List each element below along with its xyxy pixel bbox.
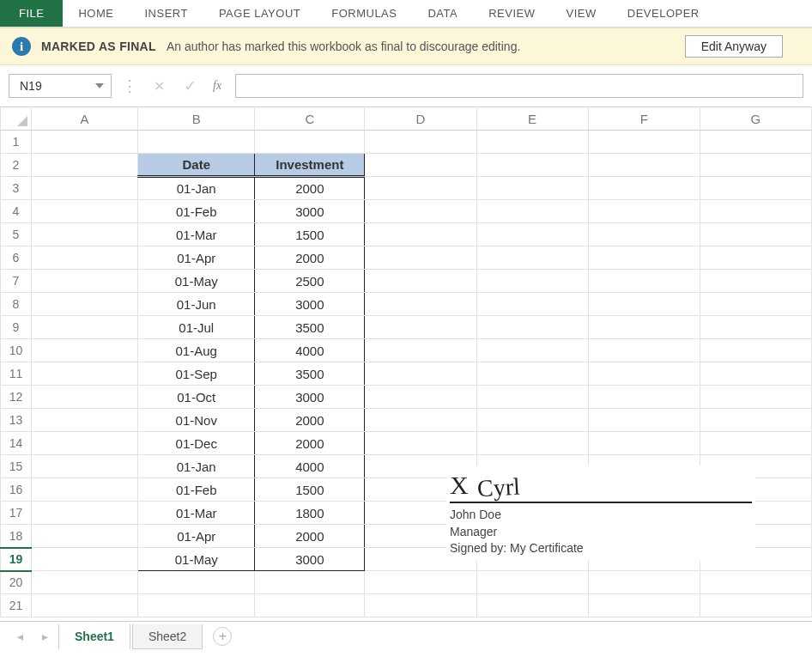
cell-C20[interactable]: [255, 571, 365, 594]
cell-E12[interactable]: [476, 386, 588, 409]
cell-B20[interactable]: [138, 571, 255, 594]
cell-A12[interactable]: [32, 386, 138, 409]
cell-D12[interactable]: [365, 386, 476, 409]
col-header-E[interactable]: E: [476, 107, 588, 131]
cell-B19[interactable]: 01-May: [138, 548, 255, 571]
cell-E9[interactable]: [476, 316, 588, 339]
cell-C11[interactable]: 3500: [255, 362, 365, 386]
cell-G4[interactable]: [700, 200, 811, 223]
cell-G6[interactable]: [700, 246, 811, 270]
row-header-6[interactable]: 6: [1, 246, 32, 270]
cell-D4[interactable]: [365, 200, 476, 223]
cell-D3[interactable]: [365, 177, 476, 200]
cell-A3[interactable]: [32, 177, 138, 200]
row-header-13[interactable]: 13: [1, 409, 32, 432]
cell-B21[interactable]: [138, 594, 255, 617]
cell-E11[interactable]: [476, 362, 588, 386]
col-header-C[interactable]: C: [255, 107, 365, 131]
cell-A4[interactable]: [32, 200, 138, 223]
tab-insert[interactable]: INSERT: [129, 0, 203, 27]
cell-B9[interactable]: 01-Jul: [138, 316, 255, 339]
row-header-11[interactable]: 11: [1, 362, 32, 386]
select-all-corner[interactable]: [1, 107, 32, 131]
cell-A13[interactable]: [32, 409, 138, 432]
cell-C13[interactable]: 2000: [255, 409, 365, 432]
row-header-9[interactable]: 9: [1, 316, 32, 339]
cell-E20[interactable]: [476, 571, 588, 594]
cell-B18[interactable]: 01-Apr: [138, 525, 255, 548]
cell-D1[interactable]: [365, 131, 476, 154]
row-header-20[interactable]: 20: [1, 571, 32, 594]
signature-box[interactable]: X Cyrl John Doe Manager Signed by: My Ce…: [446, 465, 755, 561]
sheet-nav-next-icon[interactable]: ▸: [33, 630, 57, 643]
row-header-7[interactable]: 7: [1, 270, 32, 293]
cell-F3[interactable]: [588, 177, 700, 200]
cell-F11[interactable]: [588, 362, 700, 386]
cell-F9[interactable]: [588, 316, 700, 339]
cell-A2[interactable]: [32, 154, 138, 177]
row-header-2[interactable]: 2: [1, 154, 32, 177]
row-header-5[interactable]: 5: [1, 223, 32, 246]
name-box[interactable]: N19: [9, 74, 112, 98]
cell-F6[interactable]: [588, 246, 700, 270]
cell-D10[interactable]: [365, 339, 476, 362]
enter-icon[interactable]: ✓: [179, 75, 201, 97]
col-header-G[interactable]: G: [700, 107, 811, 131]
tab-page-layout[interactable]: PAGE LAYOUT: [203, 0, 316, 27]
cell-E14[interactable]: [476, 432, 588, 455]
row-header-15[interactable]: 15: [1, 455, 32, 478]
cell-G11[interactable]: [700, 362, 811, 386]
cell-B14[interactable]: 01-Dec: [138, 432, 255, 455]
col-header-D[interactable]: D: [365, 107, 476, 131]
cell-E7[interactable]: [476, 270, 588, 293]
tab-data[interactable]: DATA: [412, 0, 473, 27]
col-header-B[interactable]: B: [138, 107, 255, 131]
row-header-19[interactable]: 19: [1, 548, 32, 571]
cell-A18[interactable]: [32, 525, 138, 548]
cell-B10[interactable]: 01-Aug: [138, 339, 255, 362]
cell-G13[interactable]: [700, 409, 811, 432]
cell-D2[interactable]: [365, 154, 476, 177]
cell-F2[interactable]: [588, 154, 700, 177]
cell-D20[interactable]: [365, 571, 476, 594]
cell-D5[interactable]: [365, 223, 476, 246]
cell-C14[interactable]: 2000: [255, 432, 365, 455]
cell-F1[interactable]: [588, 131, 700, 154]
cell-B12[interactable]: 01-Oct: [138, 386, 255, 409]
cell-G8[interactable]: [700, 293, 811, 316]
cell-F5[interactable]: [588, 223, 700, 246]
cell-B5[interactable]: 01-Mar: [138, 223, 255, 246]
cell-G10[interactable]: [700, 339, 811, 362]
row-header-14[interactable]: 14: [1, 432, 32, 455]
cell-G14[interactable]: [700, 432, 811, 455]
cell-A15[interactable]: [32, 455, 138, 478]
cell-G20[interactable]: [700, 571, 811, 594]
cell-A21[interactable]: [32, 594, 138, 617]
cell-B16[interactable]: 01-Feb: [138, 478, 255, 502]
cell-D21[interactable]: [365, 594, 476, 617]
cell-C2[interactable]: Investment: [255, 154, 365, 177]
sheet-tab-sheet1[interactable]: Sheet1: [58, 624, 130, 649]
sheet-nav-prev-icon[interactable]: ◂: [9, 630, 32, 643]
cell-G5[interactable]: [700, 223, 811, 246]
cell-B7[interactable]: 01-May: [138, 270, 255, 293]
cell-C10[interactable]: 4000: [255, 339, 365, 362]
cell-F8[interactable]: [588, 293, 700, 316]
cell-B3[interactable]: 01-Jan: [138, 177, 255, 200]
cell-E3[interactable]: [476, 177, 588, 200]
edit-anyway-button[interactable]: Edit Anyway: [685, 35, 783, 58]
cell-E13[interactable]: [476, 409, 588, 432]
cell-C4[interactable]: 3000: [255, 200, 365, 223]
cell-A1[interactable]: [32, 131, 138, 154]
cell-B13[interactable]: 01-Nov: [138, 409, 255, 432]
tab-developer[interactable]: DEVELOPER: [612, 0, 715, 27]
cell-E1[interactable]: [476, 131, 588, 154]
formula-input[interactable]: [235, 74, 803, 98]
cell-C12[interactable]: 3000: [255, 386, 365, 409]
row-header-21[interactable]: 21: [1, 594, 32, 617]
cell-C17[interactable]: 1800: [255, 502, 365, 525]
cell-B11[interactable]: 01-Sep: [138, 362, 255, 386]
cell-B1[interactable]: [138, 131, 255, 154]
row-header-3[interactable]: 3: [1, 177, 32, 200]
cell-A8[interactable]: [32, 293, 138, 316]
